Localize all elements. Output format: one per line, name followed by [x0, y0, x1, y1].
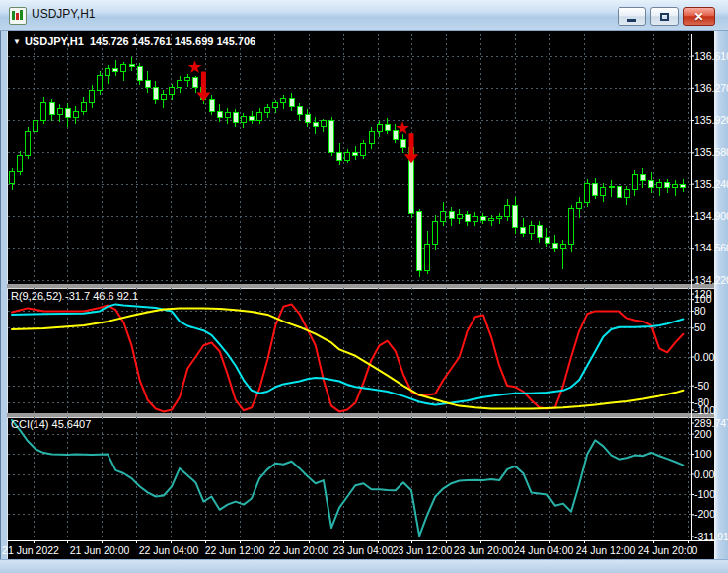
maximize-button[interactable] [650, 7, 679, 26]
chart-header: ▼USDJPY,H1 145.726 145.761 145.699 145.7… [13, 36, 255, 47]
window-bottom-border [0, 559, 728, 573]
window-title: USDJPY,H1 [32, 7, 95, 21]
symbol-label: USDJPY,H1 [25, 36, 84, 47]
maximize-icon [660, 13, 669, 21]
close-button[interactable]: ✕ [683, 7, 715, 26]
chart-icon [9, 7, 27, 25]
chart-window: USDJPY,H1 ✕ 136.610136.270135.920135.580… [0, 0, 728, 573]
indicator-panel-cci[interactable] [7, 417, 691, 539]
title-bar[interactable]: USDJPY,H1 ✕ [0, 0, 728, 31]
window-right-border [714, 31, 728, 559]
chevron-down-icon: ▼ [13, 37, 21, 46]
price-panel[interactable] [7, 31, 691, 284]
minimize-button[interactable] [618, 7, 646, 26]
price-axis[interactable] [691, 31, 714, 540]
quote-low: 145.699 [175, 36, 214, 47]
indicator-r-label: R(9,26,52) -31.7 46.6 92.1 [11, 290, 138, 302]
time-axis[interactable] [7, 540, 714, 559]
indicator-cci-label: CCI(14) 45.6407 [11, 418, 91, 430]
quote-open: 145.726 [90, 36, 129, 47]
indicator-panel-r[interactable] [7, 288, 691, 413]
quote-high: 145.761 [132, 36, 172, 47]
quote-close: 145.706 [216, 36, 255, 47]
close-icon: ✕ [693, 11, 703, 23]
minimize-icon [627, 19, 636, 22]
